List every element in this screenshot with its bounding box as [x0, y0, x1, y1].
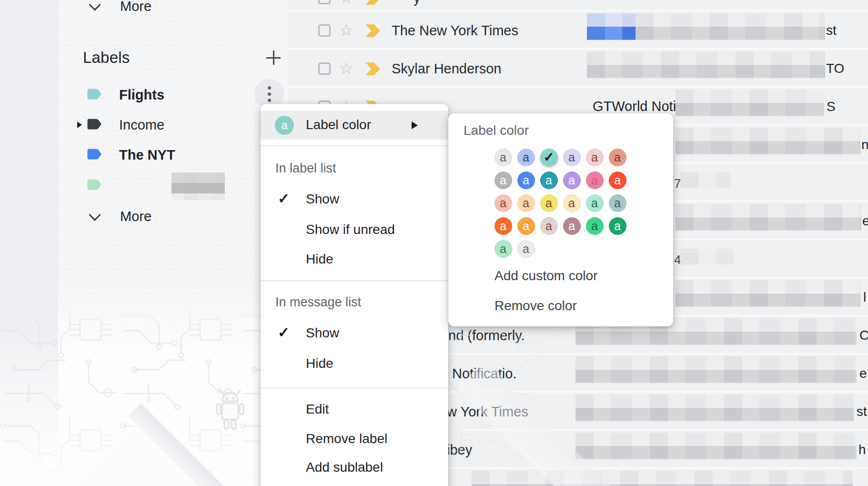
label-tag-icon — [87, 88, 102, 102]
menu-item-hide[interactable]: Hide — [306, 252, 333, 267]
email-text-fragment: n — [861, 138, 868, 152]
submenu-action-remove-color[interactable]: Remove color — [495, 298, 577, 314]
palette-color-swatch[interactable]: a — [563, 217, 581, 235]
blurred-text-block — [575, 433, 857, 446]
star-icon[interactable]: ☆ — [339, 0, 353, 6]
plus-icon — [266, 51, 281, 65]
blurred-text-block — [676, 141, 860, 154]
labels-heading: Labels — [83, 49, 130, 67]
blurred-text-block — [676, 128, 860, 141]
sidebar-label-name: The NYT — [119, 147, 175, 163]
android-robot-icon — [215, 387, 245, 435]
blurred-text-block — [575, 370, 857, 383]
sidebar-label-name: Flights — [119, 87, 164, 103]
importance-marker-icon — [365, 0, 380, 5]
palette-color-swatch[interactable]: a — [609, 149, 626, 166]
palette-color-swatch[interactable]: a — [495, 217, 512, 235]
label-tag-icon — [87, 178, 102, 193]
email-row[interactable]: ☆y — [288, 0, 868, 11]
palette-color-swatch[interactable]: a — [517, 240, 535, 258]
menu-item-add-sublabel[interactable]: Add sublabel — [306, 460, 383, 475]
label-tag-icon — [87, 118, 102, 132]
palette-color-swatch[interactable]: a — [609, 172, 626, 189]
email-text-fragment: st — [826, 23, 837, 38]
email-checkbox[interactable] — [318, 0, 331, 4]
menu-item-edit[interactable]: Edit — [306, 402, 329, 417]
palette-color-swatch[interactable]: a — [540, 194, 558, 212]
menu-item-hide[interactable]: Hide — [306, 356, 333, 371]
dot — [268, 92, 271, 96]
redacted-label-name — [172, 172, 225, 200]
checkmark-icon: ✓ — [278, 324, 290, 341]
blurred-text-block — [676, 217, 861, 231]
star-icon[interactable]: ☆ — [339, 22, 353, 38]
blurred-text-block — [676, 294, 860, 307]
menu-divider — [261, 145, 448, 146]
palette-color-swatch[interactable]: a — [586, 217, 604, 235]
email-row[interactable]: ☆The New York Timesst — [288, 11, 868, 50]
email-text-fragment: C — [859, 328, 868, 343]
sidebar-label-name: Income — [119, 117, 164, 133]
chevron-down-icon — [89, 209, 101, 221]
sidebar-item-more-bottom[interactable]: More — [58, 203, 288, 230]
email-text-fragment: l — [863, 290, 866, 304]
palette-color-swatch[interactable]: a — [609, 194, 626, 212]
submenu-action-add-custom-color[interactable]: Add custom color — [495, 268, 597, 284]
expand-arrow-icon[interactable] — [77, 122, 82, 128]
blurred-text-block — [575, 332, 857, 345]
chevron-down-icon — [89, 0, 101, 11]
palette-color-swatch[interactable]: a — [563, 172, 581, 189]
palette-color-swatch[interactable]: a — [586, 172, 604, 189]
menu-item-show[interactable]: Show — [306, 192, 339, 207]
palette-color-swatch[interactable]: a — [540, 217, 558, 235]
palette-color-swatch[interactable]: a — [495, 194, 512, 212]
labels-section-header: Labels — [58, 44, 288, 71]
email-checkbox[interactable] — [318, 62, 331, 75]
importance-marker-icon — [365, 62, 380, 75]
menu-item-show-if-unread[interactable]: Show if unread — [306, 222, 395, 237]
palette-color-swatch[interactable]: a — [517, 149, 535, 166]
palette-color-swatch[interactable]: a — [563, 194, 581, 212]
sidebar-more-label: More — [120, 209, 151, 224]
email-text-fragment: e — [862, 214, 868, 228]
submenu-arrow-icon — [412, 122, 418, 129]
palette-color-swatch[interactable]: a — [495, 149, 512, 166]
email-text-fragment: S — [827, 100, 836, 114]
palette-color-swatch[interactable]: a — [495, 240, 512, 258]
label-options-menu: a Label color In label list✓ShowShow if … — [261, 104, 448, 486]
blurred-text-block — [587, 27, 636, 40]
palette-color-swatch[interactable]: a — [586, 149, 604, 166]
palette-color-swatch[interactable]: a — [517, 217, 535, 235]
menu-section-header: In message list — [275, 295, 361, 310]
email-text-fragment: st — [857, 405, 867, 419]
palette-color-swatch[interactable]: a — [540, 172, 558, 189]
email-row[interactable]: ☆Skylar HendersonTO — [288, 50, 868, 88]
blurred-text-block — [575, 408, 854, 421]
palette-color-swatch[interactable]: a — [517, 172, 535, 189]
label-color-menu-item[interactable]: a Label color — [261, 111, 448, 140]
blurred-text-block — [587, 13, 636, 27]
palette-color-swatch[interactable]: a — [495, 172, 512, 189]
menu-divider — [261, 280, 448, 281]
blurred-text-block — [676, 204, 861, 217]
sidebar-item-income[interactable]: Income — [58, 111, 288, 138]
blurred-text-block — [676, 103, 824, 116]
email-subject-fragment: GTWorld Noti — [593, 99, 676, 114]
sidebar-item-flights[interactable]: Flights — [58, 81, 288, 108]
sidebar-item-more-top[interactable]: More — [58, 0, 288, 20]
blurred-text-block — [676, 90, 824, 103]
palette-color-swatch[interactable]: a — [563, 149, 581, 166]
palette-color-swatch[interactable]: a — [609, 217, 626, 235]
create-label-button[interactable] — [260, 44, 287, 71]
star-icon[interactable]: ☆ — [339, 61, 353, 76]
menu-item-remove-label[interactable]: Remove label — [306, 431, 387, 446]
menu-item-show[interactable]: Show — [306, 325, 339, 341]
palette-color-swatch[interactable]: a — [586, 194, 604, 212]
email-checkbox[interactable] — [318, 24, 331, 37]
blurred-text-block — [680, 172, 731, 189]
blurred-text-block — [636, 27, 825, 40]
dot — [268, 86, 271, 90]
palette-color-swatch[interactable]: a — [517, 194, 535, 212]
sidebar-item-the-nyt[interactable]: The NYT — [58, 142, 288, 168]
palette-color-selected[interactable]: ✓ — [540, 149, 558, 166]
